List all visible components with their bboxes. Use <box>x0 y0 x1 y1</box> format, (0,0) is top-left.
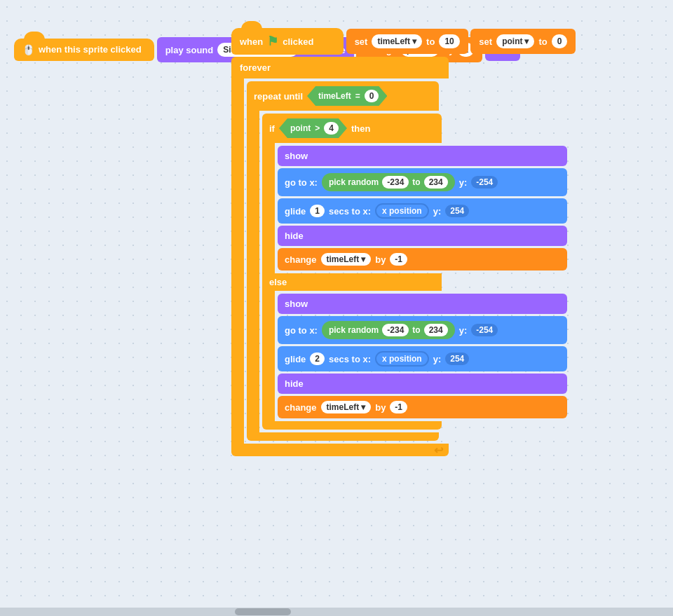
right-script: when ⚑ clicked set timeLeft ▾ to 10 set … <box>231 27 576 456</box>
neg1-pill-1[interactable]: -1 <box>390 253 407 266</box>
pick-random-reporter-2: pick random -234 to 234 <box>322 321 455 339</box>
if-else-inner: show go to x: pick random <box>275 291 570 421</box>
pos234-pill-2[interactable]: 234 <box>424 324 448 336</box>
when-sprite-clicked-hat[interactable]: 🖱️ when this sprite clicked <box>14 39 154 61</box>
forever-inner: repeat until timeLeft = 0 <box>244 78 576 444</box>
bottom-scrollbar[interactable] <box>0 608 673 616</box>
when-label: when <box>240 36 263 47</box>
timeleft-dropdown-change2[interactable]: timeLeft ▾ <box>321 401 372 413</box>
green-flag-icon: ⚑ <box>267 34 278 49</box>
forever-top[interactable]: forever <box>231 57 449 78</box>
four-pill[interactable]: 4 <box>324 122 339 135</box>
timeleft-dropdown-change1[interactable]: timeLeft ▾ <box>321 253 372 266</box>
point-value-pill[interactable]: 0 <box>552 34 568 48</box>
if-else-outer: if point > 4 <box>262 114 570 430</box>
glide-val-pill-1[interactable]: 1 <box>310 205 325 217</box>
x-position-reporter-1: x position <box>375 203 429 219</box>
if-top[interactable]: if point > 4 <box>262 114 442 143</box>
clicked-label: clicked <box>283 36 313 47</box>
pos234-pill-1[interactable]: 234 <box>424 176 448 189</box>
zero-pill[interactable]: 0 <box>365 90 379 102</box>
forever-body: repeat until timeLeft = 0 <box>231 78 576 444</box>
sprite-clicked-icon: 🖱️ <box>22 44 34 55</box>
glide-val-pill-2[interactable]: 2 <box>310 353 325 365</box>
show-block-1[interactable]: show <box>278 146 567 166</box>
hat-bump-right <box>241 21 262 29</box>
hide-block-1[interactable]: hide <box>278 226 567 246</box>
point-dropdown2[interactable]: point ▾ <box>496 34 534 48</box>
glide-block-2[interactable]: glide 2 secs to x: x position <box>278 346 567 371</box>
forever-bottom: ↩ <box>231 444 449 456</box>
if-then-inner: show go to x: pick random <box>275 143 570 273</box>
point-condition: point > 4 <box>279 118 347 138</box>
change-timeleft-block-2[interactable]: change timeLeft ▾ by -1 <box>278 396 567 418</box>
scrollbar-thumb[interactable] <box>235 608 291 615</box>
show-block-2[interactable]: show <box>278 294 567 314</box>
return-arrow-icon: ↩ <box>434 444 443 457</box>
neg234-pill-1[interactable]: -234 <box>382 176 409 189</box>
timeleft-condition: timeLeft = 0 <box>307 86 387 106</box>
set-timeleft-block[interactable]: set timeLeft ▾ to 10 <box>346 29 468 54</box>
scratch-workspace: 🖱️ when this sprite clicked play sound S… <box>0 0 673 616</box>
glide-block-1[interactable]: glide 1 secs to x: x position <box>278 198 567 224</box>
goto-block-2[interactable]: go to x: pick random -234 to <box>278 316 567 344</box>
play-sound-label: play sound <box>165 45 214 55</box>
timeleft-dropdown1[interactable]: timeLeft ▾ <box>372 34 422 48</box>
when-flag-clicked-hat[interactable]: when ⚑ clicked <box>231 28 344 55</box>
set-point-block[interactable]: set point ▾ to 0 <box>470 29 576 54</box>
neg1-pill-2[interactable]: -1 <box>390 401 407 413</box>
goto-block-1[interactable]: go to x: pick random -234 to <box>278 168 567 196</box>
neg254-pill-2[interactable]: -254 <box>471 324 498 336</box>
forever-block[interactable]: forever repeat until timeLeft <box>231 57 576 456</box>
if-else-bottom <box>262 421 442 430</box>
timeleft-value-pill[interactable]: 10 <box>439 34 459 48</box>
y254-pill-1[interactable]: 254 <box>445 205 469 217</box>
else-label: else <box>262 273 442 291</box>
repeat-until-inner: if point > 4 <box>259 111 573 432</box>
repeat-until-top[interactable]: repeat until timeLeft = 0 <box>247 81 439 111</box>
sprite-clicked-label: when this sprite clicked <box>39 44 142 55</box>
hat-bump-left <box>24 32 45 40</box>
hide-block-2[interactable]: hide <box>278 374 567 394</box>
neg234-pill-2[interactable]: -234 <box>382 324 409 336</box>
x-position-reporter-2: x position <box>375 351 429 367</box>
y254-pill-2[interactable]: 254 <box>445 353 469 365</box>
pick-random-reporter-1: pick random -234 to 234 <box>322 173 455 191</box>
repeat-until-bottom <box>247 432 439 441</box>
neg254-pill-1[interactable]: -254 <box>471 176 498 189</box>
change-timeleft-block-1[interactable]: change timeLeft ▾ by -1 <box>278 248 567 271</box>
repeat-until-outer: repeat until timeLeft = 0 <box>247 81 573 441</box>
